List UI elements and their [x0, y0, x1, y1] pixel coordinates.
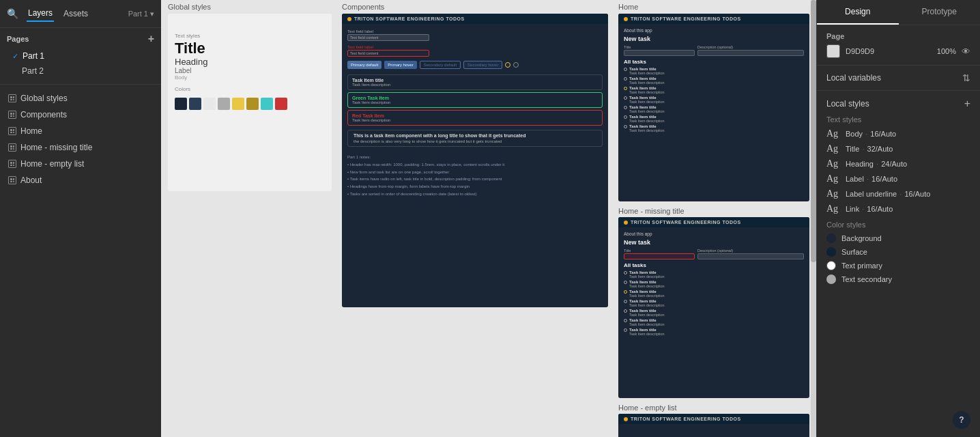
page-bg-hex: D9D9D9	[846, 47, 874, 55]
task-content: Task Item title Task Item description	[629, 96, 665, 104]
right-panel: Design Prototype Page D9D9D9 100% 👁 Loca…	[816, 0, 980, 437]
btn-primary-default[interactable]: Primary default	[347, 61, 381, 69]
sidebar-item-home[interactable]: Home	[0, 123, 161, 139]
sidebar-item-components[interactable]: Components	[0, 107, 161, 123]
text-styles-subtitle: Text styles	[826, 115, 970, 124]
hmt-app-title: TRITON SOFTWARE ENGINEERING TODOS	[631, 220, 741, 225]
local-vars-icon[interactable]: ⇅	[962, 72, 970, 83]
task-row-3: Task Item title Task Item description	[624, 86, 804, 94]
add-style-button[interactable]: +	[964, 98, 970, 110]
gs-label-text: Label	[175, 67, 325, 74]
color-style-background[interactable]: Background	[826, 231, 970, 245]
color-swatch-text-primary	[826, 261, 836, 270]
color-style-surface[interactable]: Surface	[826, 245, 970, 259]
new-task-heading: New task	[624, 239, 804, 246]
text-styles-subsection: Text styles Ag Body · 16/Auto Ag Title ·…	[826, 115, 970, 216]
task-radio	[624, 281, 627, 284]
dot3	[10, 148, 12, 150]
style-item-link[interactable]: Ag Link · 16/Auto	[826, 201, 970, 216]
dot2	[13, 129, 15, 131]
sidebar-item-about[interactable]: About	[0, 172, 161, 188]
swatch-action-primary	[232, 98, 244, 110]
dot4	[13, 115, 15, 117]
color-style-text-secondary[interactable]: Text secondary	[826, 272, 970, 286]
all-tasks-heading: All tasks	[624, 59, 804, 65]
sidebar-item-home-missing-title[interactable]: Home - missing title	[0, 139, 161, 156]
pages-header: Pages +	[7, 33, 154, 44]
scrollbar-thumb[interactable]	[811, 0, 816, 262]
btn-secondary-default[interactable]: Secondary default	[420, 61, 461, 69]
visibility-icon[interactable]: 👁	[962, 46, 970, 57]
task-desc: Task Item description	[629, 303, 665, 307]
dot1	[10, 96, 12, 98]
task-radio	[624, 125, 627, 128]
task-desc: Task Item description	[629, 128, 665, 132]
about-this-app: About this app	[624, 28, 804, 33]
task-content: Task Item title Task Item description	[629, 318, 665, 326]
sidebar-item-home-empty-list[interactable]: Home - empty list	[0, 156, 161, 172]
comp-frame-body: Text field label Text field content Text…	[342, 24, 608, 203]
page-item-part1[interactable]: ✓ Part 1	[7, 48, 154, 64]
task-row-3: Task Item title Task Item description	[624, 290, 804, 298]
tab-assets[interactable]: Assets	[62, 6, 89, 21]
color-styles-subsection: Color styles Background Surface Text pri…	[826, 221, 970, 286]
dot3	[10, 99, 12, 101]
btn-primary-hover[interactable]: Primary hover	[384, 61, 416, 69]
task-desc: Task Item description	[629, 100, 665, 104]
dot2	[13, 162, 15, 164]
dot3	[10, 181, 12, 183]
task-content: Task Item title Task Item description	[629, 76, 665, 85]
canvas: Global styles Text styles Title Heading …	[161, 0, 816, 437]
page-item-part2[interactable]: Part 2	[7, 64, 154, 79]
task-content: Task Item title Task Item description	[629, 124, 665, 132]
canvas-label-home-missing-title: Home - missing title	[618, 207, 684, 215]
sidebar-item-global-styles[interactable]: Global styles	[0, 90, 161, 107]
desc-field-wrapper: Description (optional)	[697, 249, 804, 259]
frame-label-text: About	[20, 175, 42, 185]
color-swatch-surface	[826, 247, 836, 257]
style-item-body[interactable]: Ag Body · 16/Auto	[826, 126, 970, 141]
right-section-local-styles: Local styles + Text styles Ag Body · 16/…	[817, 91, 980, 297]
radio-selected-icon	[505, 62, 510, 68]
task-desc: Task Item description	[629, 313, 665, 317]
task-content: Task Item title Task Item description	[629, 280, 665, 288]
style-name-label: Label · 16/Auto	[846, 175, 897, 183]
style-item-title[interactable]: Ag Title · 32/Auto	[826, 141, 970, 156]
page-bg-opacity: 100%	[937, 47, 956, 55]
canvas-frame-global-styles[interactable]: Text styles Title Heading Label Body Col…	[168, 14, 332, 191]
tab-prototype[interactable]: Prototype	[899, 0, 981, 25]
part-selector[interactable]: Part 1 ▾	[128, 10, 154, 18]
canvas-scrollbar[interactable]	[811, 0, 816, 437]
local-vars-row: Local variables ⇅	[826, 72, 970, 83]
hmt-frame-body: About this app New task Title Descriptio…	[618, 227, 809, 340]
color-style-text-primary[interactable]: Text primary	[826, 259, 970, 272]
tab-layers[interactable]: Layers	[27, 5, 54, 22]
btn-secondary-hover[interactable]: Secondary hover	[463, 61, 502, 69]
task-row-2: Task Item title Task Item description	[624, 280, 804, 288]
style-item-label[interactable]: Ag Label · 16/Auto	[826, 171, 970, 186]
canvas-frame-home-missing-title[interactable]: TRITON SOFTWARE ENGINEERING TODOS About …	[618, 217, 809, 398]
tab-design[interactable]: Design	[817, 0, 899, 25]
desc-field-input	[697, 50, 804, 56]
style-item-label-underline[interactable]: Ag Label underline · 16/Auto	[826, 186, 970, 201]
page-bg-swatch[interactable]	[826, 44, 840, 58]
right-section-local-vars: Local variables ⇅	[817, 66, 980, 91]
style-item-heading[interactable]: Ag Heading · 24/Auto	[826, 156, 970, 171]
task-content: Task Item title Task Item description	[629, 290, 665, 298]
task-title: Red Task Item	[352, 113, 598, 118]
canvas-frame-home-empty-list[interactable]: TRITON SOFTWARE ENGINEERING TODOS	[618, 414, 809, 437]
task-title: Green Task Item	[352, 96, 598, 100]
swatch-text-primary	[203, 98, 216, 110]
task-content: Task Item title Task Item description	[629, 270, 665, 279]
dot2	[13, 113, 15, 115]
radio-unselected-icon	[513, 62, 519, 68]
hmt-frame-topbar: TRITON SOFTWARE ENGINEERING TODOS	[618, 217, 809, 227]
pages-title: Pages	[7, 35, 29, 43]
canvas-frame-components[interactable]: TRITON SOFTWARE ENGINEERING TODOS Text f…	[342, 14, 608, 307]
help-button[interactable]: ?	[953, 411, 970, 429]
desc-field-wrapper: Description (optional)	[697, 45, 804, 56]
add-page-button[interactable]: +	[148, 33, 154, 44]
help-icon: ?	[959, 415, 964, 425]
search-icon-btn[interactable]: 🔍	[7, 8, 18, 19]
canvas-frame-home[interactable]: TRITON SOFTWARE ENGINEERING TODOS About …	[618, 14, 809, 201]
